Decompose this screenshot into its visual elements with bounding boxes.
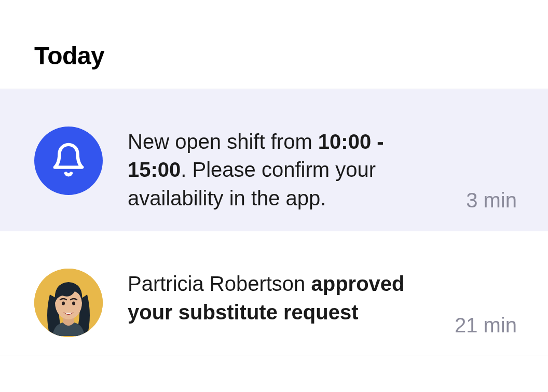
- notification-list: New open shift from 10:00 - 15:00. Pleas…: [0, 89, 548, 356]
- notification-icon-wrap: [34, 127, 103, 195]
- notification-text: Partricia Robertson approved your substi…: [128, 270, 418, 326]
- section-title: Today: [34, 41, 548, 70]
- notification-item[interactable]: Partricia Robertson approved your substi…: [0, 231, 548, 356]
- bell-icon: [50, 142, 87, 180]
- avatar: [34, 269, 103, 337]
- notification-body: New open shift from 10:00 - 15:00. Pleas…: [128, 127, 517, 212]
- svg-point-3: [72, 302, 75, 305]
- section-header: Today: [0, 0, 548, 89]
- text-before: Partricia Robertson: [128, 272, 311, 295]
- notification-text: New open shift from 10:00 - 15:00. Pleas…: [128, 128, 418, 212]
- svg-point-2: [62, 302, 65, 305]
- text-before: New open shift from: [128, 130, 318, 153]
- notification-item[interactable]: New open shift from 10:00 - 15:00. Pleas…: [0, 89, 548, 231]
- notification-time: 21 min: [455, 314, 517, 337]
- notification-time: 3 min: [466, 189, 517, 212]
